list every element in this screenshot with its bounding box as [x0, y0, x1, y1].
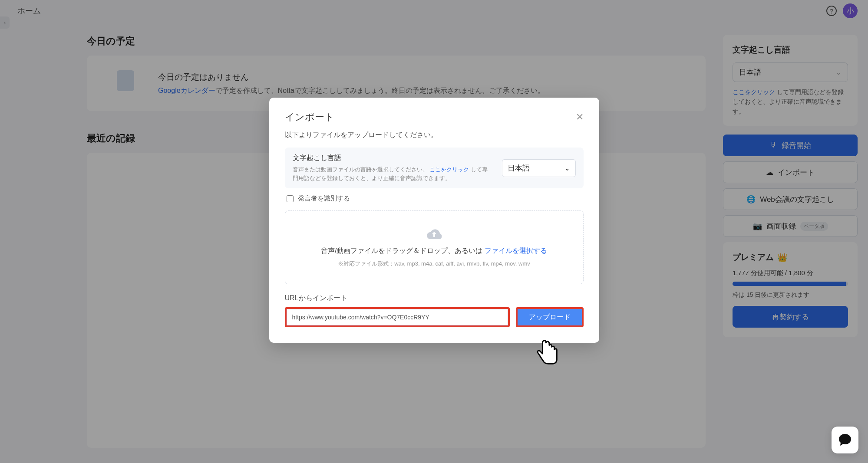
modal-language-select[interactable]: 日本語 ⌄ [502, 159, 576, 177]
speaker-identify-row[interactable]: 発言者を識別する [285, 194, 584, 203]
modal-lang-title: 文字起こし言語 [293, 154, 492, 163]
modal-title: インポート [285, 111, 334, 124]
modal-header: インポート ✕ [285, 111, 584, 124]
modal-lang-hint: 音声または動画ファイルの言語を選択してください。 ここをクリック して専門用語な… [293, 165, 492, 182]
chat-support-button[interactable] [832, 427, 858, 453]
modal-lang-hint-link[interactable]: ここをクリック [429, 166, 469, 173]
file-dropzone[interactable]: 音声/動画ファイルをドラッグ＆ドロップ、あるいは ファイルを選択する ※対応ファ… [285, 210, 584, 284]
import-modal: インポート ✕ 以下よりファイルをアップロードしてください。 文字起こし言語 音… [269, 98, 599, 343]
drop-text-pre: 音声/動画ファイルをドラッグ＆ドロップ、あるいは [321, 247, 485, 254]
url-import-row: アップロード [285, 307, 584, 327]
speaker-identify-checkbox[interactable] [287, 195, 294, 202]
close-icon[interactable]: ✕ [576, 112, 584, 122]
modal-lang-hint-pre: 音声または動画ファイルの言語を選択してください。 [293, 166, 428, 173]
url-input-highlight [285, 307, 510, 327]
modal-lang-left: 文字起こし言語 音声または動画ファイルの言語を選択してください。 ここをクリック… [293, 154, 492, 182]
file-select-link[interactable]: ファイルを選択する [485, 247, 547, 254]
modal-language-box: 文字起こし言語 音声または動画ファイルの言語を選択してください。 ここをクリック… [285, 148, 584, 188]
drop-text: 音声/動画ファイルをドラッグ＆ドロップ、あるいは ファイルを選択する [321, 246, 547, 256]
upload-button-label: アップロード [529, 313, 571, 322]
supported-formats: ※対応ファイル形式：wav, mp3, m4a, caf, aiff, avi,… [338, 260, 530, 268]
upload-button-highlight: アップロード [516, 307, 584, 327]
url-import-label: URLからインポート [285, 294, 584, 303]
modal-subtitle: 以下よりファイルをアップロードしてください。 [285, 131, 584, 140]
modal-language-selected: 日本語 [508, 163, 530, 173]
upload-button[interactable]: アップロード [518, 309, 582, 325]
speaker-identify-label: 発言者を識別する [298, 194, 350, 203]
chevron-down-icon: ⌄ [564, 164, 570, 173]
url-input[interactable] [287, 309, 508, 325]
cloud-upload-icon [425, 227, 444, 242]
